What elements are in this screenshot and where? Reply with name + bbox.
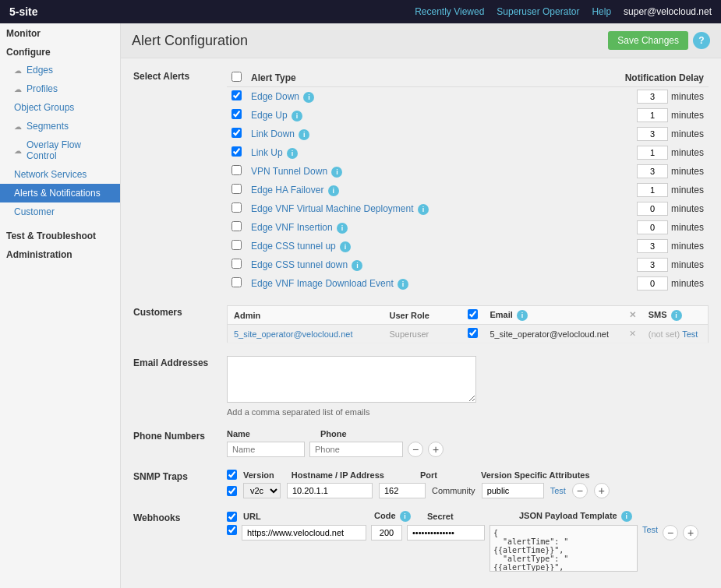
alert-checkbox-5[interactable] [231,184,242,194]
alert-info-icon[interactable]: i [418,204,429,215]
alert-delay-input-1[interactable] [637,108,668,122]
add-snmp-button[interactable]: + [594,483,610,498]
superuser-operator-link[interactable]: Superuser Operator [497,6,579,17]
customer-email-checkbox[interactable] [468,328,478,338]
phone-number-input[interactable] [309,442,403,457]
remove-phone-button[interactable]: − [408,442,423,457]
alert-delay-input-8[interactable] [637,239,668,253]
alert-delay-input-5[interactable] [637,183,668,197]
alert-delay-input-9[interactable] [637,258,668,272]
snmp-row-checkbox[interactable] [227,486,237,496]
minutes-label: minutes [671,166,704,177]
app-title: 5-site [9,5,38,18]
email-info-icon[interactable]: i [517,310,528,321]
sms-info-icon[interactable]: i [671,310,682,321]
sidebar-item-profiles[interactable]: ☁ Profiles [0,79,120,98]
alert-name-link-7[interactable]: Edge VNF Insertion [251,222,333,233]
snmp-enabled-checkbox[interactable] [227,470,237,480]
help-link[interactable]: Help [592,6,611,17]
snmp-row: v2c v3 Community Test − + [227,483,610,498]
webhook-secret-input[interactable] [407,525,485,540]
email-textarea[interactable] [227,356,476,403]
alert-info-icon[interactable]: i [328,185,339,196]
customer-test-button[interactable]: Test [682,329,698,339]
webhook-test-button[interactable]: Test [642,525,658,534]
code-info-icon[interactable]: i [400,511,411,522]
webhook-url-input[interactable] [242,525,366,540]
help-button[interactable]: ? [693,32,710,49]
alert-checkbox-9[interactable] [231,259,242,269]
customer-role: Superuser [383,325,461,343]
alert-name-link-6[interactable]: Edge VNF Virtual Machine Deployment [251,203,414,214]
snmp-test-button[interactable]: Test [550,486,566,495]
th-name: Name [227,429,305,438]
alert-name-link-0[interactable]: Edge Down [251,91,299,102]
alert-info-icon[interactable]: i [287,148,298,159]
alert-checkbox-3[interactable] [231,146,242,157]
alert-info-icon[interactable]: i [303,92,314,103]
alert-delay-input-3[interactable] [637,146,668,160]
save-button[interactable]: Save Changes [608,31,688,50]
webhooks-enabled-checkbox[interactable] [227,512,237,522]
alert-name-link-5[interactable]: Edge HA Failover [251,185,323,195]
alert-name-link-2[interactable]: Link Down [251,129,295,139]
alert-checkbox-10[interactable] [231,277,242,287]
sidebar-item-network-services[interactable]: Network Services [0,165,120,184]
webhook-th-code: Code i [374,511,421,522]
webhook-code-input[interactable] [371,525,402,540]
alert-name-link-3[interactable]: Link Up [251,147,283,158]
sidebar-item-overlay-flow-control[interactable]: ☁ Overlay Flow Control [0,136,120,165]
alert-info-icon[interactable]: i [299,129,309,140]
remove-webhook-button[interactable]: − [663,525,678,540]
alert-delay-input-7[interactable] [637,220,668,234]
alert-checkbox-4[interactable] [231,165,242,175]
alert-checkbox-6[interactable] [231,202,242,213]
alert-info-icon[interactable]: i [340,241,351,252]
select-all-checkbox[interactable] [231,72,242,82]
sidebar-item-alerts-notifications[interactable]: Alerts & Notifications [0,184,120,202]
alert-info-icon[interactable]: i [331,167,342,178]
alert-checkbox-0[interactable] [231,90,242,100]
alert-info-icon[interactable]: i [337,223,348,234]
alert-delay-input-10[interactable] [637,276,668,290]
sidebar-item-customer-label: Customer [14,206,55,217]
alert-name-link-10[interactable]: Edge VNF Image Download Event [251,278,394,289]
alert-name-link-4[interactable]: VPN Tunnel Down [251,166,327,177]
alert-checkbox-8[interactable] [231,240,242,250]
alert-checkbox-2[interactable] [231,128,242,138]
alert-row: Edge Up i minutes [227,106,709,125]
th-phone: Phone [320,429,347,438]
remove-email-icon[interactable]: ✕ [629,329,636,338]
alert-delay-input-4[interactable] [637,164,668,178]
alert-name-cell: Edge VNF Insertion i [246,218,584,237]
alert-delay-input-2[interactable] [637,127,668,141]
snmp-hostname-input[interactable] [287,483,373,498]
alert-info-icon[interactable]: i [352,260,362,271]
phone-name-input[interactable] [227,442,305,457]
alert-delay-input-6[interactable] [637,202,668,216]
alert-checkbox-7[interactable] [231,221,242,231]
alert-delay-input-0[interactable] [637,90,668,104]
alert-checkbox-1[interactable] [231,109,242,119]
remove-snmp-button[interactable]: − [572,483,588,498]
snmp-version-select[interactable]: v2c v3 [243,483,281,498]
alert-name-link-8[interactable]: Edge CSS tunnel up [251,241,336,252]
customer-admin-link[interactable]: 5_site_operator@velocloud.net [234,329,352,339]
email-header-checkbox[interactable] [468,309,478,319]
sidebar-item-edges[interactable]: ☁ Edges [0,61,120,79]
snmp-port-input[interactable] [379,483,426,498]
alert-name-link-1[interactable]: Edge Up [251,110,288,121]
recently-viewed-link[interactable]: Recently Viewed [415,6,484,17]
webhook-row-checkbox[interactable] [227,525,237,535]
cloud-icon: ☁ [14,146,22,155]
sidebar-item-customer[interactable]: Customer [0,202,120,221]
snmp-community-input[interactable] [482,483,544,498]
sidebar-item-segments[interactable]: ☁ Segments [0,117,120,136]
alert-info-icon[interactable]: i [292,111,302,121]
sidebar-item-object-groups[interactable]: Object Groups [0,98,120,117]
alert-info-icon[interactable]: i [398,279,408,290]
add-webhook-button[interactable]: + [683,525,698,540]
add-phone-button[interactable]: + [428,442,444,457]
json-info-icon[interactable]: i [621,511,632,522]
alert-name-link-9[interactable]: Edge CSS tunnel down [251,259,348,270]
